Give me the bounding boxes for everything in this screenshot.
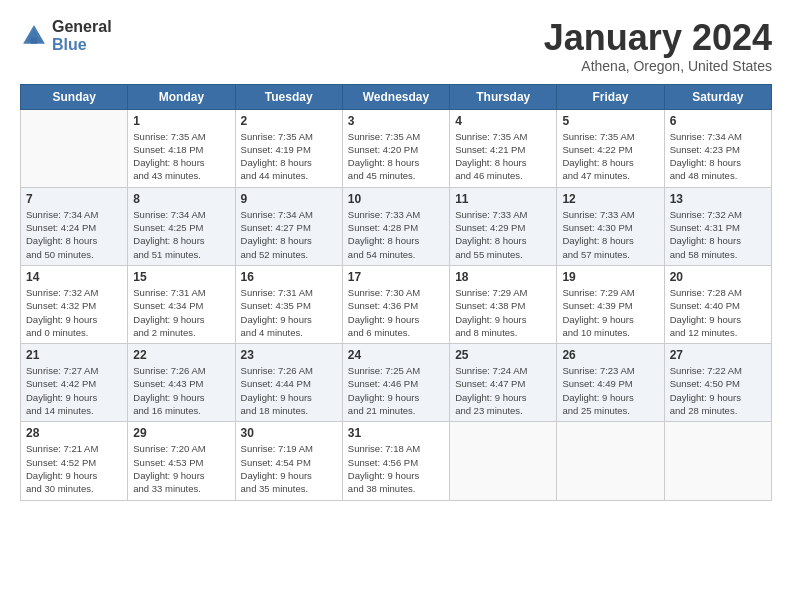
day-header-thursday: Thursday bbox=[450, 84, 557, 109]
calendar-cell: 5Sunrise: 7:35 AMSunset: 4:22 PMDaylight… bbox=[557, 109, 664, 187]
day-info: Sunrise: 7:32 AMSunset: 4:32 PMDaylight:… bbox=[26, 286, 122, 339]
week-row-5: 28Sunrise: 7:21 AMSunset: 4:52 PMDayligh… bbox=[21, 422, 772, 500]
day-info: Sunrise: 7:33 AMSunset: 4:28 PMDaylight:… bbox=[348, 208, 444, 261]
day-header-sunday: Sunday bbox=[21, 84, 128, 109]
calendar-cell: 9Sunrise: 7:34 AMSunset: 4:27 PMDaylight… bbox=[235, 187, 342, 265]
day-number: 1 bbox=[133, 114, 229, 128]
header: General Blue January 2024 Athena, Oregon… bbox=[20, 18, 772, 74]
logo-blue-text: Blue bbox=[52, 36, 112, 54]
day-number: 18 bbox=[455, 270, 551, 284]
day-info: Sunrise: 7:33 AMSunset: 4:29 PMDaylight:… bbox=[455, 208, 551, 261]
day-header-friday: Friday bbox=[557, 84, 664, 109]
calendar-cell: 2Sunrise: 7:35 AMSunset: 4:19 PMDaylight… bbox=[235, 109, 342, 187]
header-row: SundayMondayTuesdayWednesdayThursdayFrid… bbox=[21, 84, 772, 109]
day-number: 2 bbox=[241, 114, 337, 128]
day-info: Sunrise: 7:31 AMSunset: 4:35 PMDaylight:… bbox=[241, 286, 337, 339]
day-info: Sunrise: 7:34 AMSunset: 4:23 PMDaylight:… bbox=[670, 130, 766, 183]
calendar-cell: 18Sunrise: 7:29 AMSunset: 4:38 PMDayligh… bbox=[450, 265, 557, 343]
day-number: 19 bbox=[562, 270, 658, 284]
day-number: 27 bbox=[670, 348, 766, 362]
calendar-cell: 15Sunrise: 7:31 AMSunset: 4:34 PMDayligh… bbox=[128, 265, 235, 343]
day-info: Sunrise: 7:32 AMSunset: 4:31 PMDaylight:… bbox=[670, 208, 766, 261]
day-info: Sunrise: 7:23 AMSunset: 4:49 PMDaylight:… bbox=[562, 364, 658, 417]
day-number: 25 bbox=[455, 348, 551, 362]
day-info: Sunrise: 7:31 AMSunset: 4:34 PMDaylight:… bbox=[133, 286, 229, 339]
calendar-cell: 14Sunrise: 7:32 AMSunset: 4:32 PMDayligh… bbox=[21, 265, 128, 343]
day-info: Sunrise: 7:19 AMSunset: 4:54 PMDaylight:… bbox=[241, 442, 337, 495]
day-info: Sunrise: 7:35 AMSunset: 4:19 PMDaylight:… bbox=[241, 130, 337, 183]
day-info: Sunrise: 7:18 AMSunset: 4:56 PMDaylight:… bbox=[348, 442, 444, 495]
day-info: Sunrise: 7:25 AMSunset: 4:46 PMDaylight:… bbox=[348, 364, 444, 417]
day-info: Sunrise: 7:24 AMSunset: 4:47 PMDaylight:… bbox=[455, 364, 551, 417]
svg-rect-2 bbox=[31, 37, 37, 43]
calendar-body: 1Sunrise: 7:35 AMSunset: 4:18 PMDaylight… bbox=[21, 109, 772, 500]
page-container: General Blue January 2024 Athena, Oregon… bbox=[0, 0, 792, 511]
calendar-cell: 13Sunrise: 7:32 AMSunset: 4:31 PMDayligh… bbox=[664, 187, 771, 265]
calendar-cell: 12Sunrise: 7:33 AMSunset: 4:30 PMDayligh… bbox=[557, 187, 664, 265]
calendar-cell: 7Sunrise: 7:34 AMSunset: 4:24 PMDaylight… bbox=[21, 187, 128, 265]
calendar-cell: 25Sunrise: 7:24 AMSunset: 4:47 PMDayligh… bbox=[450, 344, 557, 422]
week-row-3: 14Sunrise: 7:32 AMSunset: 4:32 PMDayligh… bbox=[21, 265, 772, 343]
day-number: 9 bbox=[241, 192, 337, 206]
calendar-cell: 21Sunrise: 7:27 AMSunset: 4:42 PMDayligh… bbox=[21, 344, 128, 422]
calendar-cell: 8Sunrise: 7:34 AMSunset: 4:25 PMDaylight… bbox=[128, 187, 235, 265]
calendar-cell: 1Sunrise: 7:35 AMSunset: 4:18 PMDaylight… bbox=[128, 109, 235, 187]
day-number: 23 bbox=[241, 348, 337, 362]
calendar-table: SundayMondayTuesdayWednesdayThursdayFrid… bbox=[20, 84, 772, 501]
month-title: January 2024 bbox=[544, 18, 772, 58]
day-info: Sunrise: 7:20 AMSunset: 4:53 PMDaylight:… bbox=[133, 442, 229, 495]
calendar-cell: 10Sunrise: 7:33 AMSunset: 4:28 PMDayligh… bbox=[342, 187, 449, 265]
day-number: 16 bbox=[241, 270, 337, 284]
day-number: 20 bbox=[670, 270, 766, 284]
calendar-cell: 23Sunrise: 7:26 AMSunset: 4:44 PMDayligh… bbox=[235, 344, 342, 422]
day-number: 22 bbox=[133, 348, 229, 362]
calendar-cell: 28Sunrise: 7:21 AMSunset: 4:52 PMDayligh… bbox=[21, 422, 128, 500]
day-info: Sunrise: 7:34 AMSunset: 4:25 PMDaylight:… bbox=[133, 208, 229, 261]
calendar-cell: 31Sunrise: 7:18 AMSunset: 4:56 PMDayligh… bbox=[342, 422, 449, 500]
day-info: Sunrise: 7:34 AMSunset: 4:24 PMDaylight:… bbox=[26, 208, 122, 261]
day-number: 24 bbox=[348, 348, 444, 362]
calendar-cell: 26Sunrise: 7:23 AMSunset: 4:49 PMDayligh… bbox=[557, 344, 664, 422]
day-number: 26 bbox=[562, 348, 658, 362]
week-row-4: 21Sunrise: 7:27 AMSunset: 4:42 PMDayligh… bbox=[21, 344, 772, 422]
day-number: 3 bbox=[348, 114, 444, 128]
day-number: 21 bbox=[26, 348, 122, 362]
day-number: 14 bbox=[26, 270, 122, 284]
day-info: Sunrise: 7:29 AMSunset: 4:38 PMDaylight:… bbox=[455, 286, 551, 339]
calendar-cell: 27Sunrise: 7:22 AMSunset: 4:50 PMDayligh… bbox=[664, 344, 771, 422]
day-header-saturday: Saturday bbox=[664, 84, 771, 109]
day-info: Sunrise: 7:29 AMSunset: 4:39 PMDaylight:… bbox=[562, 286, 658, 339]
day-number: 12 bbox=[562, 192, 658, 206]
day-number: 30 bbox=[241, 426, 337, 440]
calendar-cell: 29Sunrise: 7:20 AMSunset: 4:53 PMDayligh… bbox=[128, 422, 235, 500]
day-header-wednesday: Wednesday bbox=[342, 84, 449, 109]
calendar-cell bbox=[664, 422, 771, 500]
day-info: Sunrise: 7:27 AMSunset: 4:42 PMDaylight:… bbox=[26, 364, 122, 417]
calendar-cell: 17Sunrise: 7:30 AMSunset: 4:36 PMDayligh… bbox=[342, 265, 449, 343]
title-block: January 2024 Athena, Oregon, United Stat… bbox=[544, 18, 772, 74]
calendar-cell bbox=[557, 422, 664, 500]
day-info: Sunrise: 7:35 AMSunset: 4:21 PMDaylight:… bbox=[455, 130, 551, 183]
day-info: Sunrise: 7:34 AMSunset: 4:27 PMDaylight:… bbox=[241, 208, 337, 261]
day-info: Sunrise: 7:33 AMSunset: 4:30 PMDaylight:… bbox=[562, 208, 658, 261]
day-number: 28 bbox=[26, 426, 122, 440]
week-row-1: 1Sunrise: 7:35 AMSunset: 4:18 PMDaylight… bbox=[21, 109, 772, 187]
day-header-tuesday: Tuesday bbox=[235, 84, 342, 109]
logo-general-text: General bbox=[52, 18, 112, 36]
day-number: 11 bbox=[455, 192, 551, 206]
day-info: Sunrise: 7:35 AMSunset: 4:22 PMDaylight:… bbox=[562, 130, 658, 183]
day-number: 29 bbox=[133, 426, 229, 440]
day-number: 7 bbox=[26, 192, 122, 206]
calendar-cell bbox=[450, 422, 557, 500]
day-number: 17 bbox=[348, 270, 444, 284]
calendar-cell: 19Sunrise: 7:29 AMSunset: 4:39 PMDayligh… bbox=[557, 265, 664, 343]
day-info: Sunrise: 7:35 AMSunset: 4:18 PMDaylight:… bbox=[133, 130, 229, 183]
day-number: 8 bbox=[133, 192, 229, 206]
calendar-header: SundayMondayTuesdayWednesdayThursdayFrid… bbox=[21, 84, 772, 109]
day-info: Sunrise: 7:21 AMSunset: 4:52 PMDaylight:… bbox=[26, 442, 122, 495]
calendar-cell: 22Sunrise: 7:26 AMSunset: 4:43 PMDayligh… bbox=[128, 344, 235, 422]
calendar-cell: 4Sunrise: 7:35 AMSunset: 4:21 PMDaylight… bbox=[450, 109, 557, 187]
day-info: Sunrise: 7:22 AMSunset: 4:50 PMDaylight:… bbox=[670, 364, 766, 417]
logo: General Blue bbox=[20, 18, 112, 53]
calendar-cell: 24Sunrise: 7:25 AMSunset: 4:46 PMDayligh… bbox=[342, 344, 449, 422]
